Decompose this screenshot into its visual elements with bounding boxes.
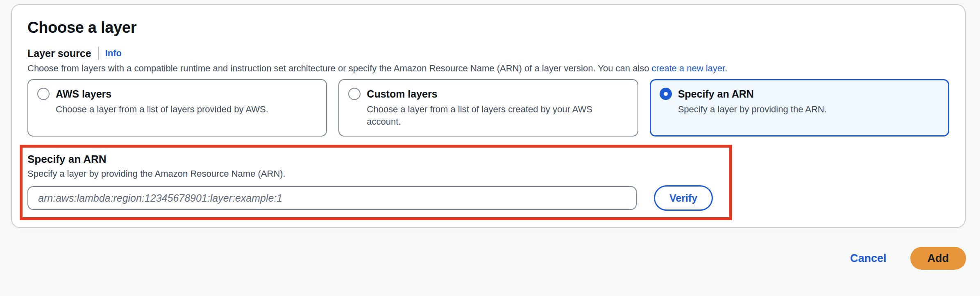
info-link[interactable]: Info xyxy=(105,48,122,59)
layer-source-label-row: Layer source Info xyxy=(27,47,949,60)
layer-source-label: Layer source xyxy=(27,48,91,59)
tile-specify-arn-description: Specify a layer by providing the ARN. xyxy=(678,103,939,116)
layer-source-options: AWS layers Choose a layer from a list of… xyxy=(27,79,949,137)
specify-arn-highlight-box: Specify an ARN Specify a layer by provid… xyxy=(20,145,732,220)
tile-aws-layers[interactable]: AWS layers Choose a layer from a list of… xyxy=(27,79,327,137)
verify-button[interactable]: Verify xyxy=(654,185,713,211)
tile-specify-arn-title: Specify an ARN xyxy=(678,88,754,100)
cancel-button[interactable]: Cancel xyxy=(850,252,887,265)
tile-specify-arn[interactable]: Specify an ARN Specify a layer by provid… xyxy=(650,79,949,137)
specify-arn-title: Specify an ARN xyxy=(27,153,729,166)
tile-custom-layers-title: Custom layers xyxy=(367,88,437,100)
arn-input[interactable] xyxy=(27,186,637,210)
specify-arn-description: Specify a layer by providing the Amazon … xyxy=(27,168,729,179)
label-divider xyxy=(98,47,99,60)
page-title: Choose a layer xyxy=(27,18,949,37)
choose-layer-panel: Choose a layer Layer source Info Choose … xyxy=(11,4,966,228)
add-button[interactable]: Add xyxy=(910,247,966,270)
description-period: . xyxy=(725,63,727,73)
create-new-layer-link[interactable]: create a new layer xyxy=(652,63,725,73)
tile-custom-layers[interactable]: Custom layers Choose a layer from a list… xyxy=(338,79,638,137)
footer-actions: Cancel Add xyxy=(0,247,966,270)
tile-aws-layers-description: Choose a layer from a list of layers pro… xyxy=(56,103,317,116)
radio-aws-layers-icon[interactable] xyxy=(37,88,50,100)
radio-specify-arn-icon[interactable] xyxy=(660,88,672,100)
description-text: Choose from layers with a compatible run… xyxy=(27,63,652,73)
tile-aws-layers-title: AWS layers xyxy=(56,88,111,100)
arn-input-row: Verify xyxy=(27,185,729,211)
radio-custom-layers-icon[interactable] xyxy=(348,88,361,100)
layer-source-description: Choose from layers with a compatible run… xyxy=(27,63,949,74)
tile-custom-layers-description: Choose a layer from a list of layers cre… xyxy=(367,103,628,128)
